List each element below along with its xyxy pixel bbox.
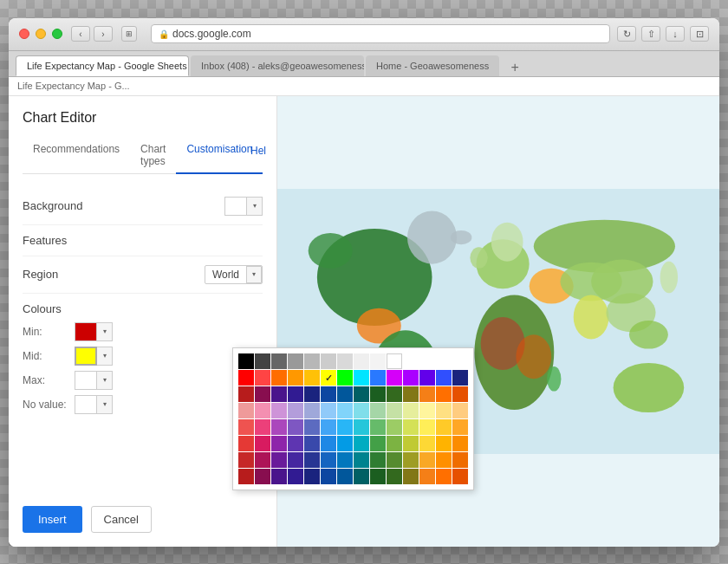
color-cell[interactable] [288, 419, 303, 435]
color-cell[interactable] [271, 452, 287, 468]
color-cell[interactable] [271, 419, 287, 435]
color-cell[interactable] [419, 353, 435, 369]
color-cell[interactable] [403, 452, 419, 468]
color-cell[interactable] [387, 386, 402, 402]
color-cell[interactable] [354, 403, 369, 418]
color-cell[interactable] [436, 469, 452, 484]
color-cell[interactable] [304, 370, 320, 386]
new-tab-button[interactable]: + [504, 59, 525, 76]
color-cell[interactable] [337, 436, 353, 451]
color-cell[interactable] [436, 403, 452, 418]
color-cell[interactable] [419, 436, 435, 451]
color-cell[interactable] [354, 436, 369, 451]
color-cell[interactable] [304, 403, 320, 418]
background-color-swatch[interactable] [224, 197, 247, 216]
color-cell[interactable] [271, 403, 287, 418]
color-cell[interactable] [419, 419, 435, 435]
tab-chart-types[interactable]: Chart types [130, 138, 176, 174]
color-cell[interactable] [238, 436, 254, 451]
color-cell[interactable] [370, 353, 386, 369]
color-cell[interactable] [436, 370, 452, 386]
color-cell[interactable] [452, 370, 468, 386]
color-cell[interactable] [354, 370, 369, 386]
color-cell[interactable] [403, 419, 419, 435]
color-cell[interactable] [321, 403, 336, 418]
color-cell[interactable] [452, 403, 468, 418]
color-cell[interactable] [271, 469, 287, 484]
color-cell[interactable] [419, 403, 435, 418]
color-cell[interactable] [436, 353, 452, 369]
color-cell[interactable] [271, 386, 287, 402]
color-cell[interactable] [337, 403, 353, 418]
help-link[interactable]: Hel [250, 145, 266, 157]
color-cell[interactable] [255, 353, 270, 369]
color-cell[interactable] [354, 469, 369, 484]
color-cell[interactable] [419, 370, 435, 386]
color-cell[interactable] [370, 419, 386, 435]
tab-recommendations[interactable]: Recommendations [23, 138, 130, 174]
color-cell[interactable] [337, 386, 353, 402]
download-button[interactable]: ↓ [666, 26, 685, 42]
color-cell[interactable] [255, 403, 270, 418]
colour-novalue-swatch[interactable] [75, 395, 97, 414]
color-cell[interactable] [288, 436, 303, 451]
color-cell[interactable] [387, 452, 402, 468]
color-cell[interactable] [354, 386, 369, 402]
color-cell[interactable] [370, 469, 386, 484]
colour-novalue-dropdown[interactable]: ▾ [97, 395, 113, 414]
color-cell[interactable] [354, 452, 369, 468]
color-cell[interactable] [452, 353, 468, 369]
color-cell[interactable] [288, 386, 303, 402]
color-cell[interactable] [321, 386, 336, 402]
color-cell[interactable] [304, 452, 320, 468]
tab-home[interactable]: Home - Geoawesomeness [366, 55, 499, 76]
color-cell[interactable] [403, 469, 419, 484]
color-cell[interactable] [288, 403, 303, 418]
forward-button[interactable]: › [94, 26, 113, 42]
color-cell[interactable] [387, 436, 402, 451]
color-cell[interactable] [255, 436, 270, 451]
colour-max-swatch[interactable] [75, 371, 97, 390]
color-cell[interactable] [370, 403, 386, 418]
color-cell[interactable] [304, 436, 320, 451]
colour-min-swatch[interactable] [75, 322, 97, 341]
color-cell[interactable] [288, 353, 303, 369]
tab-sheets[interactable]: Life Expectancy Map - Google Sheets [16, 55, 189, 76]
color-cell[interactable] [370, 452, 386, 468]
color-cell[interactable] [255, 386, 270, 402]
color-cell[interactable] [337, 419, 353, 435]
colour-max-dropdown[interactable]: ▾ [97, 371, 113, 390]
color-cell[interactable] [419, 386, 435, 402]
color-cell[interactable] [321, 452, 336, 468]
color-cell[interactable] [387, 469, 402, 484]
background-color-dropdown[interactable]: ▾ [247, 197, 263, 216]
colour-min-dropdown[interactable]: ▾ [97, 322, 113, 341]
color-cell[interactable] [238, 452, 254, 468]
region-dropdown[interactable]: World ▾ [205, 265, 263, 284]
color-cell[interactable] [370, 386, 386, 402]
refresh-button[interactable]: ↻ [617, 26, 636, 42]
color-cell[interactable] [255, 419, 270, 435]
color-cell[interactable] [288, 469, 303, 484]
insert-button[interactable]: Insert [23, 506, 82, 533]
color-cell[interactable] [452, 419, 468, 435]
color-cell[interactable] [370, 436, 386, 451]
color-cell[interactable] [238, 469, 254, 484]
color-cell[interactable] [436, 419, 452, 435]
color-cell-selected[interactable]: ✓ [321, 370, 336, 386]
color-cell[interactable] [452, 469, 468, 484]
color-cell[interactable] [321, 419, 336, 435]
color-cell[interactable] [288, 452, 303, 468]
address-bar[interactable]: 🔒 docs.google.com [151, 24, 610, 43]
color-cell[interactable] [337, 370, 353, 386]
color-cell[interactable] [321, 469, 336, 484]
color-cell[interactable] [436, 386, 452, 402]
color-cell[interactable] [452, 452, 468, 468]
color-cell[interactable] [337, 353, 353, 369]
color-cell[interactable] [452, 436, 468, 451]
color-cell[interactable] [370, 370, 386, 386]
color-cell[interactable] [337, 452, 353, 468]
color-cell[interactable] [304, 419, 320, 435]
color-cell[interactable] [255, 469, 270, 484]
color-cell[interactable] [403, 370, 419, 386]
